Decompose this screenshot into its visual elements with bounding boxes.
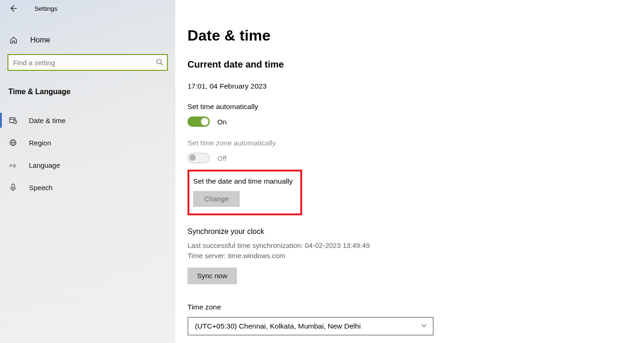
svg-text:A: A — [9, 163, 12, 168]
sync-now-button[interactable]: Sync now — [187, 268, 237, 284]
current-date-value: 17:01, 04 February 2023 — [187, 82, 644, 90]
main-content: Date & time Current date and time 17:01,… — [175, 0, 644, 343]
timezone-select[interactable]: (UTC+05:30) Chennai, Kolkata, Mumbai, Ne… — [187, 317, 434, 336]
nav-item-date-time[interactable]: Date & time — [0, 109, 175, 131]
nav-item-region[interactable]: Region — [0, 131, 175, 154]
timezone-label: Time zone — [187, 303, 644, 311]
manual-time-label: Set the date and time manually — [193, 177, 295, 185]
auto-zone-label: Set time zone automatically — [187, 139, 644, 147]
nav-label: Region — [29, 139, 51, 147]
auto-zone-toggle — [187, 153, 210, 163]
nav-item-speech[interactable]: Speech — [0, 176, 175, 199]
timezone-value: (UTC+05:30) Chennai, Kolkata, Mumbai, Ne… — [195, 322, 360, 330]
section-title: Time & Language — [8, 88, 175, 96]
nav-label: Language — [29, 161, 60, 169]
auto-time-toggle[interactable] — [187, 117, 210, 127]
settings-sidebar: Settings Home Time & Language Date & tim… — [0, 0, 175, 343]
calendar-clock-icon — [8, 116, 18, 125]
globe-icon — [8, 138, 18, 147]
svg-text:字: 字 — [13, 164, 16, 168]
search-input[interactable] — [7, 54, 168, 71]
sync-server-line: Time server: time.windows.com — [187, 251, 644, 261]
current-date-heading: Current date and time — [187, 59, 644, 70]
home-nav[interactable]: Home — [0, 35, 175, 45]
app-title: Settings — [35, 5, 57, 12]
svg-point-0 — [157, 59, 161, 64]
home-label: Home — [30, 36, 50, 44]
nav-label: Date & time — [29, 117, 65, 124]
svg-line-1 — [161, 63, 163, 65]
header-row: Settings — [0, 0, 175, 17]
auto-time-label: Set time automatically — [187, 103, 644, 111]
nav-item-language[interactable]: A字 Language — [0, 154, 175, 176]
auto-time-state: On — [217, 118, 227, 126]
page-title: Date & time — [187, 27, 644, 44]
manual-time-highlight: Set the date and time manually Change — [187, 170, 302, 215]
language-icon: A字 — [8, 160, 18, 170]
search-wrapper — [7, 54, 168, 71]
change-button: Change — [193, 191, 240, 207]
home-icon — [9, 35, 18, 45]
chevron-down-icon — [421, 322, 427, 330]
auto-zone-state: Off — [217, 154, 227, 162]
svg-rect-10 — [12, 184, 14, 188]
back-icon[interactable] — [8, 4, 18, 13]
sync-last-line: Last successful time synchronization: 04… — [187, 240, 644, 251]
microphone-icon — [8, 183, 18, 192]
sync-heading: Synchronize your clock — [187, 227, 644, 236]
sync-info: Last successful time synchronization: 04… — [187, 240, 644, 261]
nav-label: Speech — [29, 184, 53, 192]
nav-list: Date & time Region A字 Language Speech — [0, 109, 175, 199]
